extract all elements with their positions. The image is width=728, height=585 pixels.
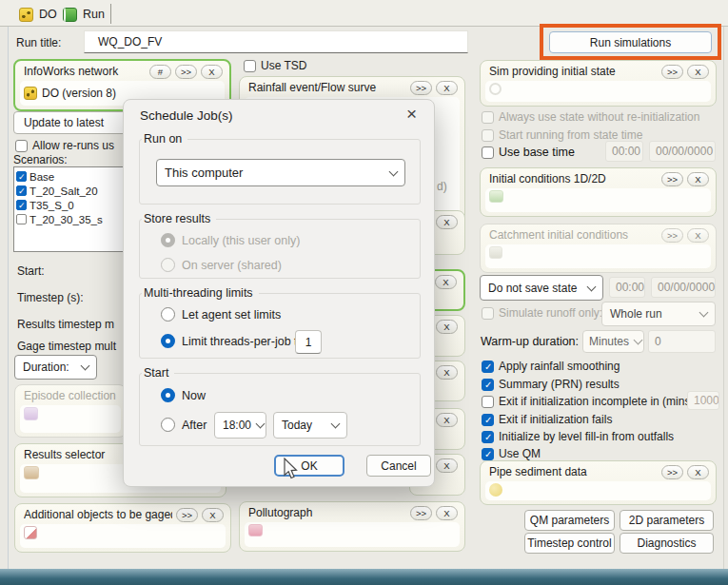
tab-run[interactable]: Run — [55, 4, 112, 25]
allow-reruns-box[interactable] — [15, 140, 28, 152]
save-state-select[interactable]: Do not save state — [480, 275, 603, 301]
remove-button[interactable]: X — [202, 508, 224, 522]
expand-button[interactable]: >> — [410, 81, 432, 95]
exit-fails-checkbox[interactable]: Exit if initialization fails — [482, 413, 612, 426]
list-item[interactable]: Base — [16, 169, 124, 184]
remove-button[interactable]: X — [436, 215, 458, 229]
runoff-mode-value: Whole run — [610, 307, 662, 321]
sim-initial-state-body[interactable] — [485, 81, 711, 102]
additional-objects-icon — [24, 526, 37, 539]
scenario-checkbox[interactable] — [16, 185, 27, 196]
agent-limits-dot[interactable] — [161, 307, 175, 322]
rainfall-smoothing-checkbox[interactable]: Apply rainfall smoothing — [482, 360, 620, 373]
use-tsd-box[interactable] — [244, 60, 256, 72]
after-time-select[interactable]: 18:00 — [214, 412, 266, 439]
run-title-input[interactable]: WQ_DO_FV — [84, 30, 468, 53]
summary-prn-checkbox[interactable]: Summary (PRN) results — [482, 378, 620, 391]
start-now-radio[interactable]: Now — [161, 388, 206, 402]
exit-fails-box[interactable] — [482, 414, 494, 426]
allow-reruns-checkbox[interactable]: Allow re-runs us — [15, 139, 114, 152]
chevron-down-icon — [81, 361, 90, 371]
pollutograph-body[interactable] — [245, 522, 460, 547]
expand-button[interactable]: >> — [175, 65, 197, 79]
additional-objects-body[interactable] — [20, 524, 226, 548]
exit-incomplete-checkbox[interactable]: Exit if initialization incomplete in (mi… — [482, 395, 698, 408]
exit-incomplete-value-field[interactable]: 1000 — [687, 391, 719, 410]
scenarios-label: Scenarios: — [13, 153, 68, 166]
list-item[interactable]: T_20_Salt_20 — [16, 184, 124, 198]
qm-parameters-button[interactable]: QM parameters — [524, 510, 615, 531]
expand-button[interactable]: >> — [176, 508, 198, 522]
remove-button[interactable]: X — [687, 228, 709, 243]
start-after-dot[interactable] — [161, 418, 175, 432]
level-fill-in-box[interactable] — [482, 431, 494, 443]
limit-threads-dot[interactable] — [161, 334, 175, 348]
run-title-label: Run title: — [16, 36, 61, 49]
scenario-checkbox[interactable] — [16, 200, 27, 210]
run-on-select[interactable]: This computer — [156, 159, 405, 186]
after-day-select[interactable]: Today — [273, 412, 347, 439]
2d-parameters-button[interactable]: 2D parameters — [620, 510, 714, 531]
duration-select[interactable]: Duration: — [14, 355, 97, 380]
cancel-label: Cancel — [381, 459, 416, 473]
remove-button[interactable]: X — [436, 506, 458, 520]
pipe-sediment-icon — [489, 483, 502, 497]
remove-button[interactable]: X — [687, 65, 709, 79]
scenario-checkbox[interactable] — [16, 214, 27, 224]
chevron-down-icon — [699, 308, 709, 318]
scenario-checkbox[interactable] — [16, 171, 27, 182]
remove-button[interactable]: X — [687, 172, 709, 186]
initial-conditions-body[interactable] — [485, 188, 711, 212]
remove-button[interactable]: X — [436, 81, 458, 95]
start-after-radio[interactable]: After — [161, 418, 207, 432]
use-qm-checkbox[interactable]: Use QM — [482, 447, 541, 460]
store-server-label: On server (shared) — [182, 259, 282, 272]
threads-input[interactable]: 1 — [295, 330, 322, 354]
warmup-value-field[interactable]: 0 — [648, 330, 716, 353]
runoff-mode-select[interactable]: Whole run — [601, 302, 716, 326]
diagnostics-button[interactable]: Diagnostics — [620, 533, 714, 554]
pollutograph-icon — [248, 524, 263, 536]
level-fill-in-checkbox[interactable]: Initialize by level fill-in from outfall… — [482, 430, 674, 443]
limit-threads-radio[interactable]: Limit threads-per-job to — [161, 334, 305, 348]
always-use-state-checkbox: Always use state without re-initializati… — [482, 110, 699, 124]
count-button[interactable]: # — [149, 65, 171, 79]
rainfall-smoothing-box[interactable] — [482, 361, 494, 373]
remove-button[interactable]: X — [436, 365, 458, 380]
expand-button[interactable]: >> — [410, 506, 432, 520]
expand-button[interactable]: >> — [661, 228, 683, 243]
use-tsd-checkbox[interactable]: Use TSD — [244, 59, 306, 72]
exit-fails-label: Exit if initialization fails — [499, 413, 612, 426]
warmup-unit-select[interactable]: Minutes — [582, 330, 644, 353]
pollutograph-title: Pollutograph — [248, 506, 406, 519]
base-date-value: 00/00/0000 — [656, 145, 713, 158]
timestep-label: Timestep (s): — [17, 291, 84, 304]
run-title-value: WQ_DO_FV — [98, 35, 162, 49]
expand-button[interactable]: >> — [661, 465, 683, 479]
close-icon[interactable]: × — [406, 104, 417, 125]
agent-limits-radio[interactable]: Let agent set limits — [161, 307, 281, 322]
remove-button[interactable]: X — [436, 458, 458, 473]
remove-button[interactable]: X — [435, 275, 457, 289]
cancel-button[interactable]: Cancel — [366, 455, 431, 477]
list-item[interactable]: T_20_30_35_s — [16, 212, 124, 226]
remove-button[interactable]: X — [687, 465, 709, 479]
remove-button[interactable]: X — [436, 320, 458, 334]
base-time-field: 00:00 — [605, 141, 643, 162]
list-item[interactable]: T35_S_0 — [16, 198, 124, 212]
pipe-sediment-title: Pipe sediment data — [489, 465, 658, 478]
remove-button[interactable]: X — [436, 413, 458, 427]
use-qm-box[interactable] — [482, 448, 494, 460]
start-now-dot[interactable] — [161, 388, 175, 402]
use-base-time-box[interactable] — [482, 146, 494, 159]
pipe-sediment-body[interactable] — [485, 481, 711, 500]
use-base-time-checkbox[interactable]: Use base time — [482, 146, 575, 159]
expand-button[interactable]: >> — [661, 65, 683, 79]
remove-button[interactable]: X — [201, 65, 223, 79]
expand-button[interactable]: >> — [661, 172, 683, 186]
rainfall-panel-title: Rainfall event/Flow surve — [248, 81, 406, 94]
summary-prn-box[interactable] — [482, 379, 494, 391]
scenarios-listbox[interactable]: Base T_20_Salt_20 T35_S_0 T_20_30_35_s — [13, 166, 127, 252]
timestep-control-button[interactable]: Timestep control — [524, 533, 615, 554]
exit-incomplete-box[interactable] — [482, 396, 494, 408]
